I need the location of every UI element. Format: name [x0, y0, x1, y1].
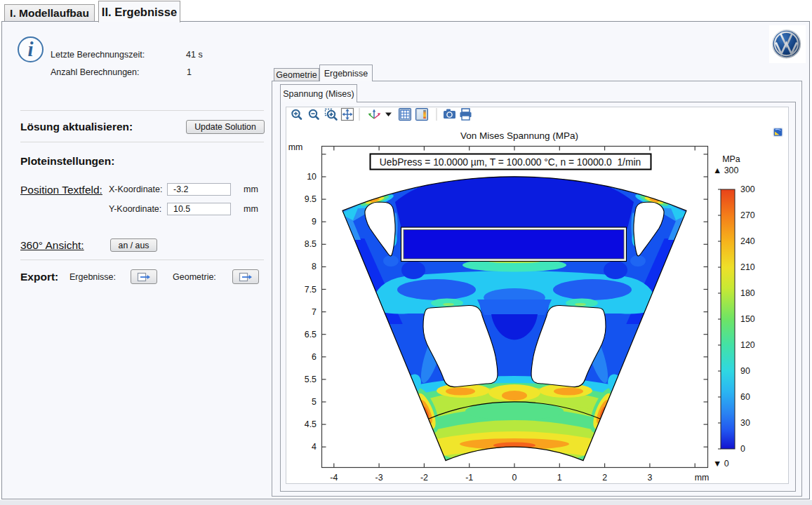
svg-text:2: 2	[602, 473, 607, 483]
svg-text:▲ 300: ▲ 300	[713, 166, 738, 175]
svg-text:120: 120	[740, 340, 755, 350]
svg-text:6: 6	[312, 352, 317, 362]
svg-text:4: 4	[312, 442, 317, 452]
svg-text:-1: -1	[465, 473, 473, 483]
svg-text:0: 0	[512, 473, 517, 483]
svg-text:-4: -4	[330, 473, 338, 483]
svg-text:1: 1	[557, 473, 562, 483]
svg-text:0: 0	[740, 444, 745, 454]
svg-text:30: 30	[740, 418, 750, 428]
svg-text:180: 180	[740, 288, 755, 298]
svg-text:150: 150	[740, 314, 755, 324]
svg-text:8.5: 8.5	[305, 239, 317, 249]
svg-text:270: 270	[740, 210, 755, 220]
svg-text:7: 7	[312, 307, 317, 317]
svg-text:10: 10	[307, 172, 317, 182]
svg-text:▼ 0: ▼ 0	[713, 459, 729, 469]
svg-text:6.5: 6.5	[305, 330, 317, 339]
svg-text:MPa: MPa	[722, 154, 740, 164]
svg-text:-3: -3	[375, 473, 383, 483]
svg-text:5: 5	[312, 397, 317, 407]
svg-text:-2: -2	[420, 473, 428, 483]
svg-text:3: 3	[647, 473, 652, 483]
svg-text:8: 8	[312, 262, 317, 271]
svg-text:7.5: 7.5	[305, 285, 317, 295]
svg-text:9: 9	[312, 217, 317, 227]
svg-text:9.5: 9.5	[305, 194, 317, 204]
svg-text:300: 300	[740, 184, 755, 194]
svg-text:4.5: 4.5	[305, 419, 317, 429]
svg-text:5.5: 5.5	[305, 375, 317, 384]
svg-text:90: 90	[740, 366, 750, 376]
svg-text:UebPress = 10.0000 µm, T = 100: UebPress = 10.0000 µm, T = 100.000 °C, n…	[380, 157, 641, 168]
svg-text:240: 240	[740, 236, 755, 246]
svg-text:Von Mises Spannung (MPa): Von Mises Spannung (MPa)	[460, 130, 578, 141]
svg-text:mm: mm	[288, 142, 303, 152]
svg-text:60: 60	[740, 392, 750, 402]
svg-text:210: 210	[740, 262, 755, 272]
svg-text:mm: mm	[695, 473, 710, 483]
